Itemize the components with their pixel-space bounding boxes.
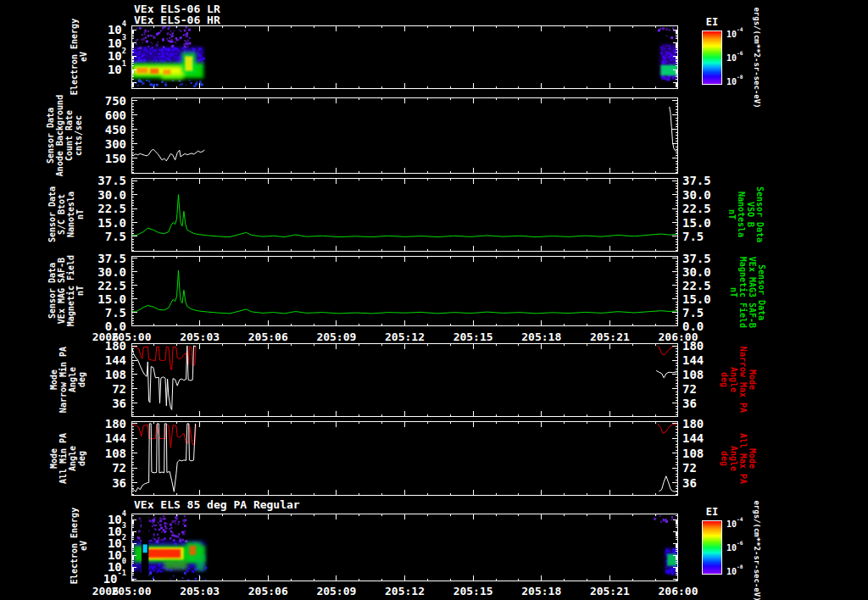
mag-series bbox=[131, 270, 678, 314]
y-tick-label-right: 30.0 bbox=[682, 188, 725, 202]
btot-ylabel: Sensor Data S/C Btot Nanotesla nT bbox=[47, 186, 85, 242]
count_rate-border bbox=[132, 98, 678, 174]
mag-border bbox=[132, 257, 678, 326]
y-tick-label-right: 108 bbox=[682, 447, 725, 460]
y-tick-label: 144 bbox=[84, 431, 126, 445]
panel-narrow-pa bbox=[131, 343, 678, 417]
els-top-plot bbox=[131, 25, 678, 89]
y-tick-label: 104 bbox=[84, 23, 126, 37]
colorbar-top bbox=[702, 31, 722, 85]
y-tick-label: 108 bbox=[84, 368, 126, 381]
els_bottom-ticks bbox=[131, 514, 678, 581]
narrow-pa-ylabel: Mode Narrow Min PA Angle deg bbox=[49, 347, 86, 413]
colorbar-tick-label: 10-8 bbox=[726, 76, 743, 86]
narrow-pa-plot bbox=[131, 343, 678, 417]
vex-els-quicklook-figure: VEx ELS-06 LR VEx ELS-06 HR VEx ELS 85 d… bbox=[0, 0, 868, 600]
mag-ylabel: Sensor Data VEx MAG SAF-B Magnetic Field… bbox=[47, 255, 85, 326]
panel-anode-count-rate bbox=[131, 97, 678, 174]
x-tick-label: 205:06 bbox=[248, 331, 288, 343]
y-tick-label: 22.5 bbox=[84, 279, 126, 292]
y-tick-label-right: 144 bbox=[682, 431, 725, 445]
x-tick-label: 205:18 bbox=[521, 585, 561, 597]
x-tick-label: 206:00 bbox=[659, 585, 698, 597]
x-tick-label: 205:21 bbox=[590, 331, 630, 343]
y-tick-label: 36 bbox=[84, 397, 126, 410]
y-tick-label: 300 bbox=[84, 137, 126, 151]
x-tick-label: 205:12 bbox=[385, 331, 425, 343]
y-tick-label: 37.5 bbox=[84, 252, 126, 265]
y-tick-label: 15.0 bbox=[84, 216, 126, 230]
y-tick-label: 600 bbox=[84, 108, 126, 122]
all_pa-ticks bbox=[131, 421, 678, 496]
x-tick-label: 205:06 bbox=[248, 585, 288, 597]
x-tick-label: 205:03 bbox=[180, 585, 220, 597]
y-tick-label: 180 bbox=[84, 417, 126, 431]
y-tick-label: 30.0 bbox=[84, 188, 126, 202]
y-tick-label: 101 bbox=[84, 63, 126, 77]
y-tick-label-right: 7.5 bbox=[682, 230, 725, 243]
narrow_pa-ticks bbox=[131, 343, 678, 417]
y-tick-label: 22.5 bbox=[84, 202, 126, 215]
x-tick-label: 205:03 bbox=[180, 331, 220, 343]
vso-b-right-label: Sensor Data VSO B Nanotesla nT bbox=[727, 186, 765, 242]
els-bottom-plot bbox=[131, 514, 678, 581]
els_top-border bbox=[132, 26, 678, 89]
y-tick-label-right: 22.5 bbox=[682, 202, 725, 215]
y-tick-label: 36 bbox=[84, 476, 126, 490]
y-tick-label-right: 144 bbox=[682, 353, 725, 367]
x-tick-label: 205:09 bbox=[316, 585, 356, 597]
series-narrow-max-pa bbox=[658, 346, 679, 355]
els_top-ticks bbox=[131, 25, 678, 89]
btot-series bbox=[131, 195, 678, 237]
y-tick-label: 37.5 bbox=[84, 174, 126, 187]
y-tick-label-right: 22.5 bbox=[682, 279, 725, 292]
els_bottom-patches bbox=[131, 514, 678, 581]
y-tick-label-right: 15.0 bbox=[682, 292, 725, 306]
y-tick-label: 15.0 bbox=[84, 292, 126, 306]
colorbar-bottom bbox=[702, 520, 722, 575]
y-tick-label: 7.5 bbox=[84, 230, 126, 243]
y-tick-label: 10-1 bbox=[84, 572, 126, 586]
y-tick-label-right: 37.5 bbox=[682, 174, 725, 187]
series-mag-field bbox=[131, 270, 678, 314]
colorbar-tick-label: 10-6 bbox=[726, 542, 743, 553]
series-count-rate bbox=[131, 149, 204, 161]
series-count-rate bbox=[670, 107, 678, 151]
panel-els-top-title-line2: VEx ELS-06 HR bbox=[134, 14, 220, 26]
narrow-max-pa-right-label: Mode Narrow Max PA Angle deg bbox=[720, 347, 757, 413]
y-tick-label-right: 180 bbox=[682, 417, 725, 431]
series-all-min-pa bbox=[659, 476, 678, 492]
y-tick-label: 144 bbox=[84, 353, 126, 367]
colorbar-tick-label: 10-6 bbox=[726, 53, 743, 63]
y-tick-label-right: 72 bbox=[682, 382, 725, 396]
y-tick-label: 103 bbox=[84, 36, 126, 50]
y-tick-label: 750 bbox=[84, 94, 126, 108]
all_pa-series bbox=[131, 424, 678, 492]
colorbar-tick-label: 10-4 bbox=[726, 29, 743, 39]
mag-ticks bbox=[131, 256, 678, 326]
all-pa-ylabel: Mode All Min PA Angle deg bbox=[49, 433, 86, 484]
y-tick-label: 72 bbox=[84, 461, 126, 475]
narrow_pa-series bbox=[131, 346, 678, 410]
y-tick-label: 150 bbox=[84, 152, 126, 165]
panel-sc-btot bbox=[131, 178, 678, 252]
mag-plot bbox=[131, 256, 678, 326]
y-tick-label: 30.0 bbox=[84, 265, 126, 279]
colorbar-bottom-title: EI bbox=[702, 506, 722, 518]
narrow_pa-border bbox=[132, 344, 678, 417]
x-tick-label: 205:21 bbox=[590, 585, 630, 597]
all-pa-plot bbox=[131, 421, 678, 496]
panel-all-pa bbox=[131, 421, 678, 496]
panel-mag-field bbox=[131, 256, 678, 326]
els_top-patches bbox=[131, 26, 678, 87]
y-tick-label-right: 72 bbox=[682, 461, 725, 475]
y-tick-label-right: 30.0 bbox=[682, 265, 725, 279]
x-tick-label: 205:15 bbox=[453, 585, 493, 597]
y-tick-label-right: 37.5 bbox=[682, 252, 725, 265]
x-tick-label: 205:15 bbox=[453, 331, 493, 343]
colorbar-bottom-units: ergs/(cm**2-sr-sec-eV) bbox=[753, 500, 761, 600]
y-tick-label: 108 bbox=[84, 447, 126, 460]
y-tick-label: 450 bbox=[84, 123, 126, 136]
y-tick-label-right: 15.0 bbox=[682, 216, 725, 230]
all-max-pa-right-label: Mode All Max PA Angle deg bbox=[720, 433, 757, 484]
